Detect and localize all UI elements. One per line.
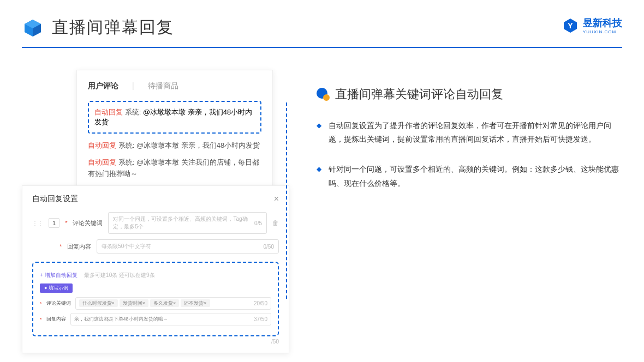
add-hint: 最多可建10条 还可以创建9条 (84, 272, 154, 278)
example-content-label: 回复内容 (46, 316, 66, 323)
required-star: * (65, 220, 67, 226)
message-2: 自动回复 系统: @冰墩墩本墩 亲亲，我们48小时内发货 (88, 140, 261, 152)
content-input[interactable]: 每条限50个中文字符 0/50 (97, 239, 279, 254)
logo-icon: Y (562, 17, 579, 34)
example-section: + 增加自动回复 最多可建10条 还可以创建9条 ● 填写示例 * 评论关键词 … (32, 262, 279, 336)
rule-number: 1 (49, 218, 59, 228)
message-3: 自动回复 系统: @冰墩墩本墩 关注我们的店铺，每日都有热门推荐呦～ (88, 157, 261, 180)
keyword-input[interactable]: 对同一个问题，可设置多个相近、高频的关键词，Tag确定，最多5个 0/5 (108, 212, 267, 234)
bullet-item: 自动回复设置为了提升作者的评论回复效率，作者可在开播前针对常见的评论用户问题，提… (317, 119, 622, 146)
add-reply-link[interactable]: + 增加自动回复 (40, 272, 77, 278)
bullet-item: 针对同一个问题，可设置多个相近的、高频的关键词。例如：这款多少钱、这块能优惠吗、… (317, 162, 622, 190)
example-kw-value: 什么时候发货×发货时间×多久发货×还不发货× 20/50 (75, 297, 271, 310)
page-title: 直播间弹幕回复 (52, 16, 174, 39)
keyword-tag: 发货时间× (120, 299, 148, 307)
section-title: 直播间弹幕关键词评论自动回复 (335, 86, 503, 102)
keyword-tag: 什么时候发货× (79, 299, 118, 307)
keyword-tag: 多久发货× (150, 299, 179, 307)
comments-panel: 用户评论 | 待播商品 自动回复 系统: @冰墩墩本墩 亲亲，我们48小时内发货… (76, 70, 273, 196)
keyword-tag: 还不发货× (181, 299, 210, 307)
tab-comments[interactable]: 用户评论 (88, 81, 118, 91)
svg-text:Y: Y (568, 21, 573, 30)
tab-separator: | (132, 81, 134, 91)
delete-icon[interactable]: 🗑 (272, 219, 279, 227)
section-icon (317, 88, 330, 101)
example-badge: ● 填写示例 (40, 283, 73, 293)
example-content-value: 亲，我们这边都是下单48小时内发货的哦～ 37/50 (70, 313, 271, 325)
connector-line (286, 102, 287, 299)
logo-text: 昱新科技 (583, 17, 622, 28)
required-star: * (59, 243, 62, 250)
tab-products[interactable]: 待播商品 (148, 81, 178, 91)
example-kw-label: 评论关键词 (46, 300, 71, 307)
cube-icon (22, 17, 44, 39)
drag-icon[interactable]: ⋮⋮ (32, 220, 43, 226)
highlighted-message: 自动回复 系统: @冰墩墩本墩 亲亲，我们48小时内发货 (88, 101, 261, 134)
auto-reply-label: 自动回复 (94, 108, 123, 116)
keyword-label: 评论关键词 (73, 219, 103, 227)
outer-counter: /50 (32, 339, 279, 345)
system-label: 系统: (125, 108, 141, 116)
logo-url: YUUXIN.COM (583, 29, 622, 34)
logo: Y 昱新科技 YUUXIN.COM (562, 16, 622, 34)
content-label: 回复内容 (67, 243, 91, 251)
auto-reply-dialog: 自动回复设置 × ⋮⋮ 1 * 评论关键词 对同一个问题，可设置多个相近、高频的… (22, 185, 289, 353)
dialog-title: 自动回复设置 (32, 194, 78, 204)
close-icon[interactable]: × (274, 194, 279, 204)
